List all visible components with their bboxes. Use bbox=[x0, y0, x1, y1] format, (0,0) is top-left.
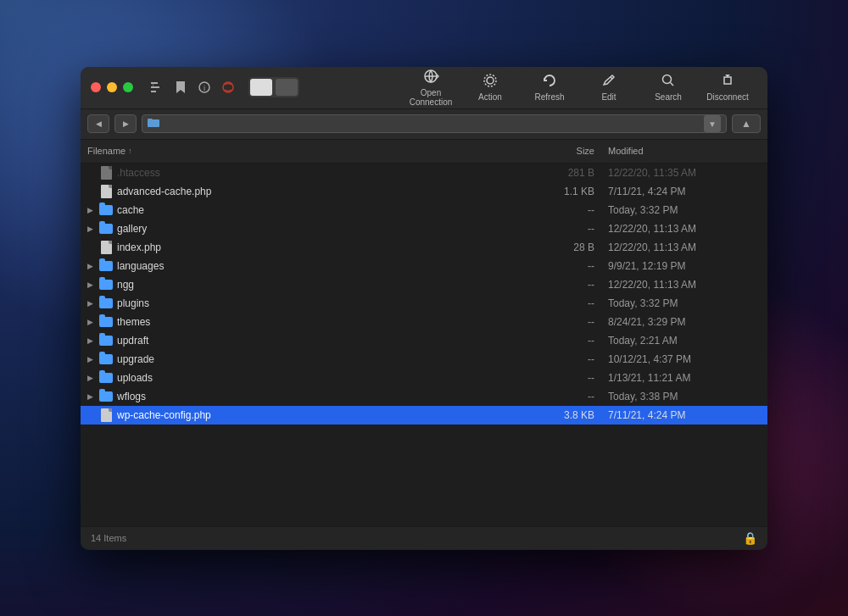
path-input[interactable] bbox=[163, 118, 700, 130]
minimize-button[interactable] bbox=[107, 82, 117, 92]
up-button[interactable]: ▲ bbox=[732, 114, 761, 133]
expand-arrow-icon[interactable]: ▶ bbox=[87, 336, 99, 345]
file-name: uploads bbox=[117, 372, 540, 384]
file-name: index.php bbox=[117, 241, 540, 253]
table-row[interactable]: index.php28 B12/22/20, 11:13 AM bbox=[81, 238, 767, 257]
file-name: .htaccess bbox=[117, 167, 540, 179]
view-light-btn[interactable] bbox=[250, 79, 272, 96]
edit-button[interactable]: Edit bbox=[579, 67, 639, 109]
svg-rect-2 bbox=[151, 91, 156, 92]
table-row[interactable]: ▶gallery--12/22/20, 11:13 AM bbox=[81, 219, 767, 238]
file-name: wflogs bbox=[117, 391, 540, 402]
file-name: themes bbox=[117, 316, 540, 328]
maximize-button[interactable] bbox=[123, 82, 133, 92]
folder-icon bbox=[99, 297, 113, 310]
file-name: gallery bbox=[117, 223, 540, 235]
status-bar: 14 Items 🔒 bbox=[81, 526, 767, 550]
expand-arrow-icon[interactable]: ▶ bbox=[87, 299, 99, 308]
table-row[interactable]: ▶ngg--12/22/20, 11:13 AM bbox=[81, 275, 767, 294]
file-name: wp-cache-config.php bbox=[117, 409, 540, 421]
folder-icon bbox=[99, 334, 113, 347]
table-row[interactable]: ▶themes--8/24/21, 3:29 PM bbox=[81, 313, 767, 331]
refresh-label: Refresh bbox=[534, 92, 564, 102]
path-bar: ▼ bbox=[142, 114, 727, 133]
file-modified: 7/11/21, 4:24 PM bbox=[608, 409, 761, 421]
table-row[interactable]: wp-cache-config.php3.8 KB7/11/21, 4:24 P… bbox=[81, 406, 767, 425]
sync-btn[interactable] bbox=[218, 77, 238, 97]
folder-icon bbox=[99, 259, 113, 273]
file-name: advanced-cache.php bbox=[117, 186, 540, 197]
search-button[interactable]: Search bbox=[639, 67, 698, 109]
folder-icon bbox=[99, 371, 113, 385]
up-icon: ▲ bbox=[741, 118, 751, 130]
folder-icon bbox=[99, 203, 113, 217]
action-label: Action bbox=[478, 92, 502, 102]
expand-arrow-icon[interactable]: ▶ bbox=[87, 392, 99, 401]
open-connection-label: Open Connection bbox=[401, 88, 460, 107]
disconnect-button[interactable]: Disconnect bbox=[698, 67, 757, 109]
back-button[interactable]: ◀ bbox=[87, 114, 109, 133]
navigation-bar: ◀ ▶ ▼ ▲ bbox=[81, 109, 767, 140]
toolbar-actions: Open Connection Action R bbox=[401, 67, 757, 109]
column-headers: Filename ↑ Size Modified bbox=[81, 140, 767, 164]
table-row[interactable]: ▶cache--Today, 3:32 PM bbox=[81, 201, 767, 219]
refresh-button[interactable]: Refresh bbox=[520, 67, 579, 109]
file-modified: 12/22/20, 11:13 AM bbox=[608, 241, 761, 253]
disconnect-label: Disconnect bbox=[706, 92, 748, 102]
svg-rect-1 bbox=[151, 86, 159, 88]
filename-column-header[interactable]: Filename ↑ bbox=[87, 146, 540, 156]
file-size: 3.8 KB bbox=[540, 409, 608, 421]
table-row[interactable]: advanced-cache.php1.1 KB7/11/21, 4:24 PM bbox=[81, 182, 767, 201]
info-btn[interactable]: i bbox=[194, 77, 215, 97]
title-bar: i bbox=[81, 67, 767, 109]
close-button[interactable] bbox=[91, 82, 101, 92]
file-size: -- bbox=[540, 353, 608, 365]
file-name: updraft bbox=[117, 335, 540, 347]
action-button[interactable]: Action bbox=[460, 67, 520, 109]
file-modified: Today, 3:32 PM bbox=[608, 204, 761, 216]
file-icon bbox=[99, 241, 113, 254]
edit-label: Edit bbox=[601, 92, 616, 102]
expand-arrow-icon[interactable]: ▶ bbox=[87, 280, 99, 289]
table-row[interactable]: ▶uploads--1/13/21, 11:21 AM bbox=[81, 369, 767, 387]
path-folder-icon bbox=[148, 118, 159, 130]
expand-arrow-icon[interactable]: ▶ bbox=[87, 318, 99, 326]
modified-column-header[interactable]: Modified bbox=[608, 146, 761, 156]
folder-icon bbox=[99, 222, 113, 236]
hierarchy-view-btn[interactable] bbox=[147, 77, 167, 97]
forward-button[interactable]: ▶ bbox=[114, 114, 137, 133]
table-row[interactable]: .htaccess281 B12/22/20, 11:35 AM bbox=[81, 164, 767, 182]
table-row[interactable]: ▶upgrade--10/12/21, 4:37 PM bbox=[81, 350, 767, 369]
table-row[interactable]: ▶wflogs--Today, 3:38 PM bbox=[81, 387, 767, 406]
file-modified: 12/22/20, 11:13 AM bbox=[608, 223, 761, 235]
file-size: 1.1 KB bbox=[540, 186, 608, 197]
file-icon bbox=[99, 408, 113, 422]
expand-arrow-icon[interactable]: ▶ bbox=[87, 355, 99, 363]
table-row[interactable]: ▶languages--9/9/21, 12:19 PM bbox=[81, 257, 767, 275]
table-row[interactable]: ▶updraft--Today, 2:21 AM bbox=[81, 331, 767, 350]
folder-icon bbox=[99, 278, 113, 291]
view-dark-btn[interactable] bbox=[276, 79, 298, 96]
expand-arrow-icon[interactable]: ▶ bbox=[87, 225, 99, 233]
size-column-header[interactable]: Size bbox=[540, 146, 608, 156]
expand-arrow-icon[interactable]: ▶ bbox=[87, 206, 99, 214]
table-row[interactable]: ▶plugins--Today, 3:32 PM bbox=[81, 294, 767, 313]
file-modified: 1/13/21, 11:21 AM bbox=[608, 372, 761, 384]
bookmark-btn[interactable] bbox=[170, 77, 191, 97]
lock-icon: 🔒 bbox=[743, 531, 757, 545]
open-connection-button[interactable]: Open Connection bbox=[401, 67, 460, 109]
path-dropdown-btn[interactable]: ▼ bbox=[704, 115, 721, 132]
file-name: ngg bbox=[117, 279, 540, 291]
file-modified: 8/24/21, 3:29 PM bbox=[608, 316, 761, 328]
main-window: i bbox=[81, 67, 767, 550]
refresh-icon bbox=[542, 73, 557, 91]
file-size: -- bbox=[540, 204, 608, 216]
file-size: -- bbox=[540, 372, 608, 384]
disconnect-icon bbox=[720, 73, 735, 91]
expand-arrow-icon[interactable]: ▶ bbox=[87, 262, 99, 270]
file-name: plugins bbox=[117, 297, 540, 309]
expand-arrow-icon[interactable]: ▶ bbox=[87, 374, 99, 382]
traffic-lights bbox=[91, 82, 133, 92]
folder-icon bbox=[99, 315, 113, 329]
file-list: .htaccess281 B12/22/20, 11:35 AMadvanced… bbox=[81, 164, 767, 526]
